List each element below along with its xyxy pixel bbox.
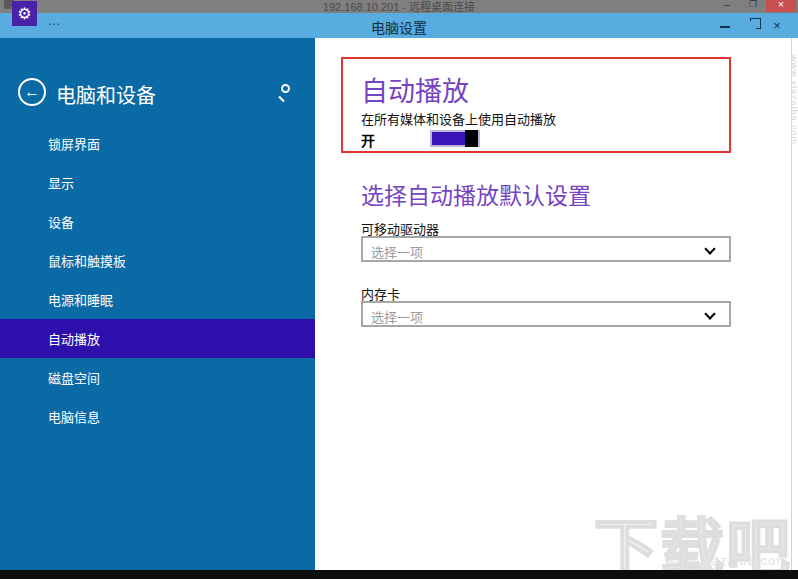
sidebar-item-label: 电脑信息	[48, 407, 100, 426]
rdp-title-bar: 192.168.10.201 - 远程桌面连接 – ❐ ×	[0, 0, 798, 13]
chevron-down-icon	[704, 243, 715, 254]
minimize-icon	[720, 26, 730, 28]
autoplay-toggle-label: 在所有媒体和设备上使用自动播放	[361, 109, 556, 128]
memory-card-dropdown[interactable]: 选择一项	[361, 301, 731, 327]
pc-settings-window-controls: ×	[712, 13, 790, 38]
sidebar-item-mouse-touchpad[interactable]: 鼠标和触摸板	[0, 241, 315, 280]
settings-restore-button[interactable]	[738, 18, 764, 33]
sidebar-item-label: 锁屏界面	[48, 134, 100, 153]
dropdown-selected-value: 选择一项	[371, 242, 423, 261]
sidebar-item-autoplay[interactable]: 自动播放	[0, 319, 315, 358]
settings-close-button[interactable]: ×	[764, 18, 790, 33]
gear-icon: ⚙	[17, 6, 31, 22]
sidebar-item-lock-screen[interactable]: 锁屏界面	[0, 124, 315, 163]
search-icon[interactable]	[277, 84, 293, 100]
xiazaiba-watermark-url: www.xiazaiba.com	[665, 553, 788, 568]
sidebar-item-pc-info[interactable]: 电脑信息	[0, 397, 315, 436]
autoplay-toggle-switch[interactable]	[430, 130, 480, 147]
search-handle	[278, 96, 284, 102]
rdp-window-controls: – ❐ ×	[714, 0, 796, 12]
pc-settings-window-title: 电脑设置	[0, 17, 798, 37]
sidebar-item-disk-space[interactable]: 磁盘空间	[0, 358, 315, 397]
pc-settings-app-icon: ⚙	[12, 1, 37, 26]
sidebar-item-label: 鼠标和触摸板	[48, 251, 126, 270]
sidebar-item-label: 显示	[48, 173, 74, 192]
side-watermark-url: www.xiazaiba.com	[789, 55, 798, 145]
remote-desktop-screen: 192.168.10.201 - 远程桌面连接 – ❐ × ⋯ 电脑设置 × ⚙…	[0, 0, 798, 579]
restore-icon	[747, 21, 756, 30]
chevron-down-icon	[704, 308, 715, 319]
sidebar-item-label: 自动播放	[48, 329, 100, 348]
rdp-close-button[interactable]: ×	[766, 0, 796, 12]
sidebar-section-title: 电脑和设备	[56, 80, 156, 109]
pc-settings-title-bar: ⋯ 电脑设置 ×	[0, 13, 798, 38]
sidebar-header: ← 电脑和设备	[0, 70, 315, 120]
bottom-black-bar	[0, 570, 798, 579]
sidebar-item-list: 锁屏界面 显示 设备 鼠标和触摸板 电源和睡眠 自动播放 磁盘空间 电脑信息	[0, 124, 315, 436]
autoplay-defaults-heading: 选择自动播放默认设置	[361, 177, 591, 211]
autoplay-toggle-state: 开	[361, 130, 375, 150]
settings-content-panel: 自动播放 在所有媒体和设备上使用自动播放 开 选择自动播放默认设置 可移动驱动器…	[315, 38, 798, 570]
toggle-thumb[interactable]	[465, 130, 478, 147]
settings-sidebar: ← 电脑和设备 锁屏界面 显示 设备 鼠标和触摸板 电源和睡眠 自动播放 磁盘空…	[0, 38, 315, 570]
rdp-title: 192.168.10.201 - 远程桌面连接	[0, 0, 798, 14]
back-arrow-icon: ←	[24, 83, 40, 100]
dropdown-selected-value: 选择一项	[371, 307, 423, 326]
settings-minimize-button[interactable]	[712, 18, 738, 33]
sidebar-item-devices[interactable]: 设备	[0, 202, 315, 241]
rdp-maximize-button[interactable]: ❐	[740, 0, 766, 12]
back-button[interactable]: ←	[18, 78, 46, 106]
autoplay-heading: 自动播放	[361, 70, 469, 109]
sidebar-item-label: 磁盘空间	[48, 368, 100, 387]
sidebar-item-label: 电源和睡眠	[48, 290, 113, 309]
rdp-minimize-button[interactable]: –	[714, 0, 740, 12]
search-lens	[281, 84, 290, 93]
sidebar-item-display[interactable]: 显示	[0, 163, 315, 202]
sidebar-item-label: 设备	[48, 212, 74, 231]
sidebar-item-power-sleep[interactable]: 电源和睡眠	[0, 280, 315, 319]
removable-drive-dropdown[interactable]: 选择一项	[361, 236, 731, 262]
